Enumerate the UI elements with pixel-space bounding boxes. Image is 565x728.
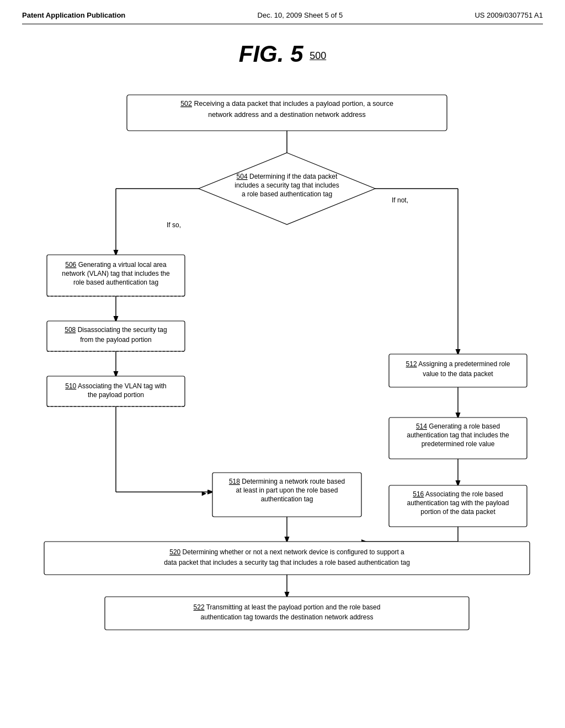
node-516-text2: authentication tag with the payload	[407, 499, 509, 507]
node-514-text1: 514 Generating a role based	[416, 422, 500, 430]
node-516-text1: 516 Associating the role based	[413, 490, 503, 498]
page: Patent Application Publication Dec. 10, …	[0, 0, 565, 728]
node-512-text1: 512 Assigning a predetermined role	[406, 360, 510, 368]
node-504-text3: a role based authentication tag	[242, 190, 332, 198]
node-518-text2: at least in part upon the role based	[236, 486, 338, 494]
if-so-label: If so,	[167, 221, 181, 229]
node-502-label: 502 Receiving a data packet that include…	[180, 100, 393, 108]
figure-title: FIG. 5 500	[22, 41, 543, 67]
node-522-text1: 522 Transmitting at least the payload po…	[194, 603, 381, 611]
node-510-text1: 510 Associating the VLAN tag with	[65, 382, 166, 390]
node-506-text2: network (VLAN) tag that includes the	[62, 270, 170, 277]
figure-number: 500	[310, 50, 326, 61]
node-514-text3: predetermined role value	[422, 440, 495, 448]
page-header: Patent Application Publication Dec. 10, …	[22, 11, 543, 24]
node-522-text2: authentication tag towards the destinati…	[201, 613, 374, 621]
node-518-text1: 518 Determining a network route based	[229, 478, 345, 485]
node-516-text3: portion of the data packet	[420, 508, 495, 516]
svg-rect-27	[44, 542, 530, 575]
node-512-text2: value to the data packet	[423, 370, 493, 378]
node-520-text2: data packet that includes a security tag…	[164, 559, 410, 566]
header-left: Patent Application Publication	[22, 11, 125, 19]
header-right: US 2009/0307751 A1	[475, 11, 543, 19]
header-center: Dec. 10, 2009 Sheet 5 of 5	[258, 11, 343, 19]
node-518-text3: authentication tag	[261, 495, 313, 503]
flowchart-diagram: 502 Receiving a data packet that include…	[22, 89, 552, 696]
node-508-text1: 508 Disassociating the security tag	[65, 326, 167, 334]
node-506-text1: 506 Generating a virtual local area	[65, 261, 167, 269]
node-508-text2: from the payload portion	[80, 336, 151, 344]
if-not-label: If not,	[392, 196, 408, 204]
node-520-text1: 520 Determining whether or not a next ne…	[169, 548, 404, 556]
node-502-text2: network address and a destination networ…	[208, 111, 366, 119]
left-arrow-518: ►	[200, 489, 208, 497]
node-504-text1: 504 Determining if the data packet	[237, 173, 338, 180]
figure-title-text: FIG. 5	[239, 41, 310, 67]
node-514-text2: authentication tag that includes the	[407, 431, 509, 439]
node-506-text3: role based authentication tag	[73, 279, 158, 286]
node-510-text2: the payload portion	[88, 391, 144, 399]
node-504-text2: includes a security tag that includes	[234, 181, 339, 189]
